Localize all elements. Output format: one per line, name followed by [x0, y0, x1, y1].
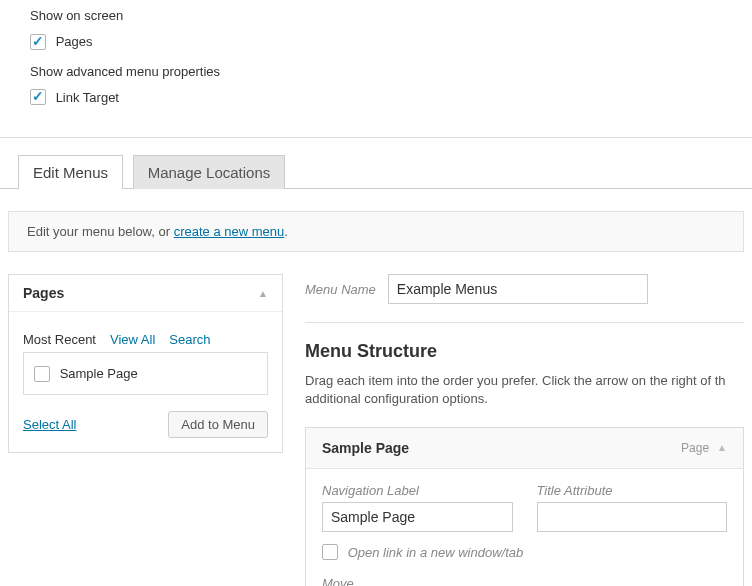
- inner-tab-search[interactable]: Search: [169, 326, 210, 353]
- create-new-menu-link[interactable]: create a new menu: [174, 224, 285, 239]
- nav-label-field: Navigation Label: [322, 483, 513, 532]
- edit-notice-prefix: Edit your menu below, or: [27, 224, 174, 239]
- menu-item-type-label: Page: [681, 441, 709, 455]
- menu-name-row: Menu Name: [305, 274, 744, 304]
- inner-tab-view-all[interactable]: View All: [110, 326, 155, 353]
- title-attr-label: Title Attribute: [537, 483, 728, 498]
- edit-notice-suffix: .: [284, 224, 288, 239]
- menu-structure-hint: Drag each item into the order you prefer…: [305, 372, 744, 408]
- sidebar-column: Pages ▲ Most Recent View All Search Samp…: [8, 274, 283, 453]
- checkbox-pages-wrapper[interactable]: Pages: [30, 33, 93, 48]
- menu-structure-section: Menu Structure Drag each item into the o…: [305, 322, 744, 586]
- inner-tab-most-recent[interactable]: Most Recent: [23, 326, 96, 353]
- pages-metabox-header[interactable]: Pages ▲: [9, 275, 282, 312]
- tab-edit-menus[interactable]: Edit Menus: [18, 155, 123, 189]
- menu-item-title: Sample Page: [322, 440, 409, 456]
- checkbox-pages[interactable]: [30, 34, 46, 50]
- nav-tabs: Edit Menus Manage Locations: [0, 138, 752, 189]
- main-columns: Pages ▲ Most Recent View All Search Samp…: [0, 274, 752, 586]
- page-item-sample-label: Sample Page: [60, 366, 138, 381]
- tab-manage-locations[interactable]: Manage Locations: [133, 155, 286, 189]
- open-new-tab-checkbox[interactable]: [322, 544, 338, 560]
- menu-name-label: Menu Name: [305, 282, 376, 297]
- pages-inner-tabs: Most Recent View All Search: [23, 326, 268, 353]
- nav-label-label: Navigation Label: [322, 483, 513, 498]
- chevron-up-icon: ▲: [258, 288, 268, 299]
- pages-list: Sample Page: [23, 352, 268, 395]
- checkbox-link-target-label: Link Target: [56, 90, 119, 105]
- checkbox-link-target-wrapper[interactable]: Link Target: [30, 89, 119, 104]
- move-label: Move: [322, 576, 727, 586]
- menu-structure-title: Menu Structure: [305, 341, 744, 362]
- menu-item-type: Page ▲: [681, 441, 727, 455]
- title-attr-field: Title Attribute: [537, 483, 728, 532]
- menu-name-input[interactable]: [388, 274, 648, 304]
- pages-metabox-footer: Select All Add to Menu: [23, 411, 268, 438]
- show-advanced-heading: Show advanced menu properties: [30, 64, 722, 79]
- menu-item: Sample Page Page ▲ Navigation Label Titl…: [305, 427, 744, 587]
- open-new-tab-label: Open link in a new window/tab: [348, 545, 524, 560]
- pages-metabox-body: Most Recent View All Search Sample Page …: [9, 312, 282, 452]
- page-item-sample-wrapper[interactable]: Sample Page: [34, 365, 138, 380]
- nav-label-input[interactable]: [322, 502, 513, 532]
- edit-notice: Edit your menu below, or create a new me…: [8, 211, 744, 252]
- add-to-menu-button[interactable]: Add to Menu: [168, 411, 268, 438]
- checkbox-link-target[interactable]: [30, 89, 46, 105]
- show-on-screen-heading: Show on screen: [30, 8, 722, 23]
- pages-metabox-title: Pages: [23, 285, 64, 301]
- menu-item-header[interactable]: Sample Page Page ▲: [306, 428, 743, 469]
- checkbox-pages-label: Pages: [56, 34, 93, 49]
- chevron-up-icon: ▲: [717, 442, 727, 453]
- title-attr-input[interactable]: [537, 502, 728, 532]
- open-new-tab-wrapper[interactable]: Open link in a new window/tab: [322, 544, 523, 559]
- select-all-link[interactable]: Select All: [23, 417, 76, 432]
- menu-item-body: Navigation Label Title Attribute Open li…: [306, 469, 743, 587]
- pages-metabox: Pages ▲ Most Recent View All Search Samp…: [8, 274, 283, 453]
- screen-options-panel: Show on screen Pages Show advanced menu …: [0, 0, 752, 138]
- page-item-sample-checkbox[interactable]: [34, 366, 50, 382]
- menu-editor-column: Menu Name Menu Structure Drag each item …: [305, 274, 744, 586]
